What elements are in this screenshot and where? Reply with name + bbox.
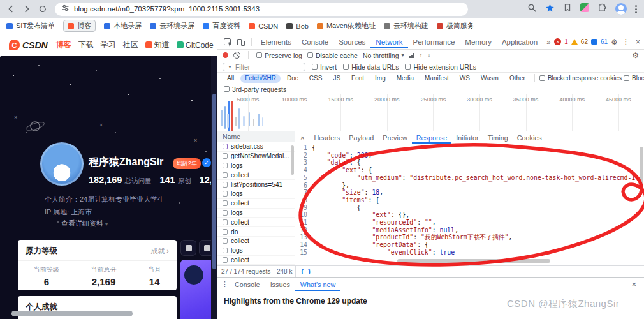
request-row[interactable]: getNotShowMedal... — [217, 152, 295, 161]
bookmark-item-[interactable]: 本地录屏 — [104, 21, 142, 31]
issues-icon[interactable] — [591, 39, 597, 45]
nav-item-[interactable]: 社区 — [123, 40, 138, 50]
third-party-checkbox[interactable]: 3rd-party requests — [224, 85, 286, 93]
bookmark-item-[interactable]: 云环境录屏 — [150, 21, 194, 31]
filter-chip-js[interactable]: JS — [328, 74, 345, 83]
nav-item-[interactable]: 学习 — [101, 40, 116, 50]
profile-name[interactable]: 程序猿ZhangSir — [89, 156, 163, 169]
disable-cache-checkbox[interactable]: Disable cache — [307, 52, 358, 59]
devtools-tab-application[interactable]: Application — [497, 36, 543, 48]
extensions-puzzle-icon[interactable] — [597, 3, 607, 15]
request-row[interactable]: logs — [217, 161, 295, 171]
achievement-link[interactable]: 成就 › — [150, 246, 169, 256]
back-icon[interactable] — [4, 2, 18, 16]
filter-chip-doc[interactable]: Doc — [282, 74, 303, 83]
network-overview-timeline[interactable]: 5000 ms10000 ms15000 ms20000 ms25000 ms3… — [217, 94, 644, 131]
devtools-menu-icon[interactable]: ⋮ — [621, 38, 631, 46]
bookmark-item-csdn[interactable]: CSDN — [249, 22, 278, 30]
filter-input[interactable]: ▼ Filter — [223, 63, 305, 71]
request-row[interactable]: collect — [217, 218, 295, 227]
filter-chip-all[interactable]: All — [223, 74, 238, 83]
request-row[interactable]: logs — [217, 209, 295, 218]
invert-checkbox[interactable]: Invert — [312, 63, 337, 71]
request-row[interactable]: do — [217, 227, 295, 237]
error-count[interactable]: 1 — [564, 38, 568, 45]
filter-chip-other[interactable]: Other — [505, 74, 530, 83]
throttling-select[interactable]: No throttling▾ — [363, 52, 404, 59]
filter-chip-fetch-xhr[interactable]: Fetch/XHR — [240, 74, 281, 83]
response-code-view[interactable]: 1{2 "code": 200,3 "data": {4 "ext": {5 "… — [295, 144, 639, 256]
nav-item-[interactable]: 知道 — [145, 40, 170, 50]
request-row[interactable]: collect — [217, 199, 295, 209]
bookmark-item-bob[interactable]: Bob — [286, 22, 309, 30]
response-tab-payload[interactable]: Payload — [344, 132, 378, 144]
response-tab-preview[interactable]: Preview — [378, 132, 411, 144]
request-row[interactable]: collect — [217, 256, 295, 265]
csdn-logo[interactable]: C CSDN — [9, 40, 48, 50]
filter-chip-wasm[interactable]: Wasm — [476, 74, 503, 83]
widget-tile[interactable] — [180, 240, 196, 256]
preserve-log-checkbox[interactable]: Preserve log — [256, 52, 302, 59]
drawer-tab-issues[interactable]: Issues — [265, 278, 295, 291]
clear-icon[interactable] — [233, 52, 240, 59]
filter-chip-manifest[interactable]: Manifest — [420, 74, 453, 83]
network-settings-icon[interactable]: ⚙ — [632, 51, 639, 60]
record-icon[interactable] — [223, 52, 228, 58]
filter-chip-img[interactable]: Img — [370, 74, 390, 83]
address-bar[interactable]: blog.csdn.net/m0_70325779?spm=1000.2115.… — [55, 3, 468, 16]
pretty-print-icon[interactable]: { } — [300, 268, 311, 275]
response-tab-response[interactable]: Response — [412, 132, 452, 144]
page-vertical-scrollbar[interactable] — [211, 56, 217, 319]
device-toolbar-icon[interactable] — [237, 38, 245, 46]
profile-avatar[interactable] — [615, 3, 627, 15]
request-list-header[interactable]: Name — [217, 131, 295, 142]
request-row[interactable]: sidebar.css — [217, 142, 295, 152]
network-conditions-icon[interactable] — [409, 53, 414, 58]
bookmark-item-sit[interactable]: SIT发布清单 — [6, 21, 55, 31]
view-detail-link[interactable]: 查看详细资料 ▾ — [61, 219, 108, 228]
lens-search-icon[interactable] — [527, 3, 537, 15]
export-har-icon[interactable]: ↓ — [428, 52, 431, 59]
bookmark-item-maven[interactable]: Maven依赖地址 — [317, 21, 376, 31]
drawer-tab-console[interactable]: Console — [230, 278, 265, 291]
bookmark-item-[interactable]: 百度资料 — [203, 21, 240, 31]
filter-chip-font[interactable]: Font — [347, 74, 369, 83]
request-row[interactable]: logs — [217, 189, 295, 199]
bookmark-item-[interactable]: 博客 — [63, 20, 96, 32]
drawer-menu-icon[interactable]: ⋮ — [220, 280, 230, 288]
extension-shortcut-icon[interactable] — [580, 3, 589, 15]
bookmark-star-icon[interactable] — [545, 3, 555, 15]
reading-list-icon[interactable] — [563, 3, 572, 15]
bookmark-item-[interactable]: 云环境构建 — [384, 21, 428, 31]
request-row[interactable]: collect — [217, 170, 295, 180]
more-tabs-icon[interactable]: » — [544, 38, 553, 46]
hide-data-urls-checkbox[interactable]: Hide data URLs — [343, 63, 399, 71]
warning-icon[interactable] — [571, 39, 578, 45]
response-horizontal-scrollbar[interactable] — [397, 259, 550, 263]
hide-extension-urls-checkbox[interactable]: Hide extension URLs — [405, 63, 476, 71]
filter-chip-ws[interactable]: WS — [455, 74, 474, 83]
devtools-settings-icon[interactable]: ⚙ — [611, 38, 618, 47]
request-row[interactable]: logs — [217, 246, 295, 256]
devtools-tab-network[interactable]: Network — [370, 36, 407, 48]
request-list-scrollbar[interactable] — [291, 145, 294, 175]
devtools-close-icon[interactable]: × — [634, 37, 643, 47]
devtools-tab-performance[interactable]: Performance — [408, 36, 460, 48]
error-icon[interactable]: × — [554, 38, 561, 45]
drawer-close-icon[interactable]: × — [626, 279, 641, 289]
nav-item-[interactable]: 博客 — [56, 40, 71, 50]
filter-chip-media[interactable]: Media — [392, 74, 418, 83]
close-detail-icon[interactable]: × — [295, 134, 309, 142]
issues-count[interactable]: 61 — [601, 38, 608, 45]
inspect-element-icon[interactable] — [224, 38, 231, 45]
response-tab-initiator[interactable]: Initiator — [451, 132, 483, 144]
response-tab-headers[interactable]: Headers — [309, 132, 344, 144]
devtools-tab-elements[interactable]: Elements — [256, 36, 296, 48]
warning-count[interactable]: 62 — [581, 38, 588, 45]
blocked-cookies-checkbox[interactable]: Blocked response cookies — [539, 75, 622, 82]
response-tab-cookies[interactable]: Cookies — [513, 132, 546, 144]
browser-menu-icon[interactable] — [635, 5, 637, 13]
devtools-tab-memory[interactable]: Memory — [460, 36, 497, 48]
bookmark-item-[interactable]: 极简服务 — [437, 21, 474, 31]
devtools-tab-console[interactable]: Console — [296, 36, 333, 48]
